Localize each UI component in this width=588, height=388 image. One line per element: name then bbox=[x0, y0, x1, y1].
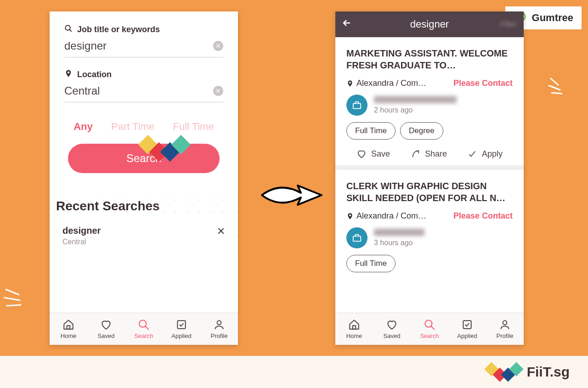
location-pin-icon bbox=[346, 212, 354, 221]
recent-search-item[interactable]: designer Central ✕ bbox=[53, 218, 234, 249]
tab-home[interactable]: Home bbox=[50, 313, 87, 345]
clear-keywords-button[interactable]: ✕ bbox=[213, 41, 223, 51]
results-screen: designer Filter MARKETING ASSISTANT. WEL… bbox=[335, 11, 524, 345]
heart-icon bbox=[356, 149, 367, 159]
svg-line-0 bbox=[6, 289, 19, 295]
save-action[interactable]: Save bbox=[356, 149, 390, 159]
tag-pill: Degree bbox=[400, 122, 443, 140]
fiit-diamond-overlay bbox=[142, 141, 187, 155]
job-title: MARKETING ASSISTANT. WELCOME FRESH GRADU… bbox=[346, 47, 513, 71]
svg-point-16 bbox=[425, 320, 432, 327]
fiit-logo: FiiT.sg bbox=[487, 364, 570, 380]
poster-avatar bbox=[346, 95, 368, 116]
tag-pill: Full Time bbox=[346, 122, 396, 140]
back-button[interactable] bbox=[342, 17, 353, 31]
posted-time: 2 hours ago bbox=[374, 106, 457, 114]
svg-rect-15 bbox=[353, 326, 356, 329]
share-action[interactable]: Share bbox=[410, 149, 447, 159]
jobtype-full-time[interactable]: Full Time bbox=[173, 121, 214, 133]
flow-arrow-icon bbox=[257, 174, 326, 216]
gumtree-label: Gumtree bbox=[532, 12, 573, 24]
clear-location-button[interactable]: ✕ bbox=[213, 86, 223, 96]
svg-rect-13 bbox=[353, 103, 361, 108]
jobtype-any[interactable]: Any bbox=[74, 121, 93, 133]
location-label: Location bbox=[64, 69, 223, 80]
tag-pill: Full Time bbox=[346, 255, 396, 272]
stage: Gumtree Job title or keywords designer ✕… bbox=[0, 0, 588, 388]
svg-line-1 bbox=[4, 298, 20, 300]
tab-bar: Home Saved Search Applied Profile bbox=[335, 313, 524, 345]
svg-line-5 bbox=[551, 93, 562, 94]
svg-point-12 bbox=[217, 321, 221, 325]
tab-saved[interactable]: Saved bbox=[87, 313, 125, 345]
svg-point-19 bbox=[503, 321, 507, 325]
svg-point-6 bbox=[65, 25, 70, 30]
tab-search[interactable]: Search bbox=[411, 313, 448, 345]
recent-searches-header: Recent Searches bbox=[53, 194, 234, 218]
tab-home[interactable]: Home bbox=[335, 313, 373, 345]
fiit-brand-text: FiiT.sg bbox=[527, 364, 570, 380]
remove-recent-button[interactable]: ✕ bbox=[217, 225, 225, 237]
job-card[interactable]: MARKETING ASSISTANT. WELCOME FRESH GRADU… bbox=[335, 37, 524, 170]
recent-location: Central bbox=[62, 238, 101, 246]
job-title: CLERK WITH GRAPHIC DESIGN SKILL NEEDED (… bbox=[346, 180, 513, 204]
footer: FiiT.sg bbox=[0, 356, 588, 388]
contact-label: Please Contact bbox=[453, 211, 513, 221]
tab-applied[interactable]: Applied bbox=[448, 313, 486, 345]
sparkle-decoration bbox=[1, 280, 33, 312]
svg-rect-14 bbox=[353, 236, 361, 241]
job-card[interactable]: CLERK WITH GRAPHIC DESIGN SKILL NEEDED (… bbox=[335, 170, 524, 285]
svg-point-9 bbox=[139, 320, 146, 327]
svg-rect-18 bbox=[463, 321, 471, 328]
svg-line-17 bbox=[431, 326, 435, 330]
tab-search[interactable]: Search bbox=[125, 313, 163, 345]
posted-time: 3 hours ago bbox=[374, 239, 424, 247]
location-input[interactable]: Central ✕ bbox=[64, 84, 223, 102]
results-title: designer bbox=[410, 18, 449, 30]
results-header: designer Filter bbox=[335, 11, 524, 37]
recent-term: designer bbox=[62, 225, 101, 236]
svg-line-3 bbox=[550, 78, 559, 85]
keywords-label: Job title or keywords bbox=[64, 24, 223, 35]
filter-button-blurred[interactable]: Filter bbox=[500, 20, 516, 28]
location-value: Central bbox=[64, 84, 100, 97]
briefcase-icon bbox=[352, 100, 362, 110]
sparkle-decoration bbox=[542, 73, 570, 101]
poster-name-blurred bbox=[374, 229, 424, 236]
search-screen: Job title or keywords designer ✕ Locatio… bbox=[50, 11, 238, 345]
tab-profile[interactable]: Profile bbox=[200, 313, 238, 345]
job-location: Alexandra / Com… bbox=[346, 211, 426, 221]
jobtype-part-time[interactable]: Part Time bbox=[111, 121, 154, 133]
tab-applied[interactable]: Applied bbox=[163, 313, 200, 345]
poster-avatar bbox=[346, 227, 368, 248]
briefcase-icon bbox=[352, 233, 362, 243]
tab-bar: Home Saved Search Applied Profile bbox=[50, 313, 238, 345]
fiit-diamond-icon bbox=[487, 367, 520, 377]
tab-saved[interactable]: Saved bbox=[373, 313, 411, 345]
keywords-value: designer bbox=[64, 39, 107, 52]
svg-line-2 bbox=[6, 305, 21, 306]
location-pin-icon bbox=[64, 69, 73, 80]
share-icon bbox=[410, 149, 420, 159]
svg-line-10 bbox=[145, 326, 149, 330]
location-pin-icon bbox=[346, 79, 354, 88]
contact-label: Please Contact bbox=[453, 79, 513, 88]
svg-line-4 bbox=[548, 85, 560, 90]
poster-name-blurred bbox=[374, 96, 457, 103]
check-icon bbox=[467, 149, 477, 159]
apply-action[interactable]: Apply bbox=[467, 149, 503, 159]
keywords-input[interactable]: designer ✕ bbox=[64, 39, 223, 57]
job-location: Alexandra / Com… bbox=[346, 79, 426, 88]
tab-profile[interactable]: Profile bbox=[486, 313, 524, 345]
search-icon bbox=[64, 24, 73, 35]
svg-line-7 bbox=[69, 29, 72, 32]
svg-rect-8 bbox=[67, 326, 70, 329]
svg-rect-11 bbox=[177, 321, 185, 328]
